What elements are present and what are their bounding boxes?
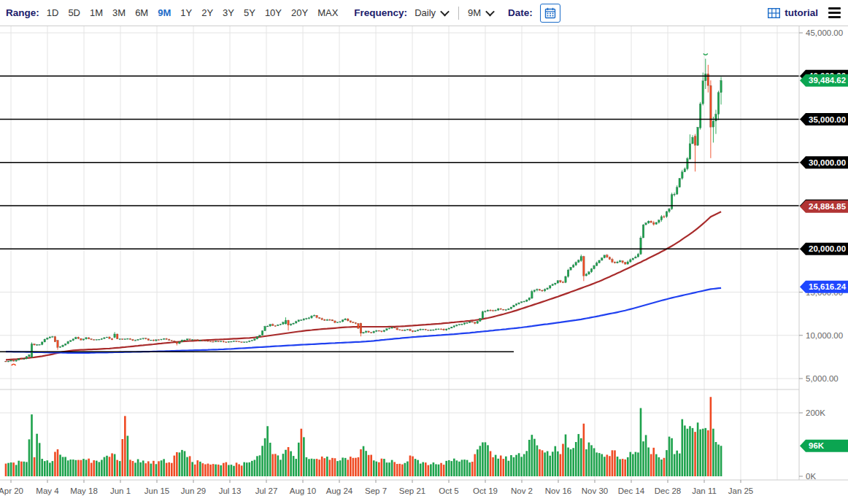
frequency-label: Frequency:	[354, 7, 407, 18]
svg-text:96K: 96K	[809, 441, 825, 450]
range-option-1d[interactable]: 1D	[47, 7, 59, 18]
ma-blue-line	[6, 288, 721, 353]
date-axis-label: Apr 20	[0, 486, 23, 495]
date-axis-label: Oct 5	[439, 486, 458, 495]
range-options: 1D 5D 1M 3M 6M 9M 1Y 2Y 3Y 5Y 10Y 20Y MA…	[47, 7, 339, 18]
price-line-tag: 20,000.00	[800, 243, 848, 255]
date-axis-label: Oct 19	[473, 486, 498, 495]
date-axis-label: Nov 16	[545, 486, 571, 495]
frequency-select[interactable]: Daily	[415, 7, 448, 18]
chevron-down-icon	[485, 7, 495, 17]
range-option-5y[interactable]: 5Y	[244, 7, 255, 18]
range-option-9m[interactable]: 9M	[158, 7, 171, 18]
calendar-icon	[544, 7, 556, 19]
frequency-value: Daily	[415, 7, 436, 18]
chevron-down-icon	[440, 7, 450, 17]
svg-text:39,484.62: 39,484.62	[809, 76, 846, 85]
range-label: Range:	[6, 7, 39, 18]
svg-text:24,884.85: 24,884.85	[809, 202, 847, 211]
date-axis-label: Jan 11	[692, 486, 717, 495]
range-option-20y[interactable]: 20Y	[291, 7, 308, 18]
chart-area: 45,000.0040,000.0035,000.0030,000.0025,0…	[0, 26, 848, 504]
range-option-max[interactable]: MAX	[317, 7, 338, 18]
volume-axis-label: 200K	[806, 408, 825, 417]
gridlines	[0, 26, 799, 480]
tutorial-button[interactable]: tutorial	[768, 7, 818, 18]
ma-red-tag: 24,884.85	[800, 201, 848, 213]
date-axis-label: Aug 10	[290, 486, 316, 495]
toolbar: Range: 1D 5D 1M 3M 6M 9M 1Y 2Y 3Y 5Y 10Y…	[0, 0, 848, 26]
date-axis-label: Jul 13	[219, 486, 242, 495]
high-marker	[704, 53, 708, 55]
toolbar-divider	[458, 7, 459, 20]
range-option-3m[interactable]: 3M	[112, 7, 126, 18]
date-axis-label: Dec 14	[618, 486, 645, 495]
moving-averages	[6, 212, 721, 360]
last-volume-tag: 96K	[800, 440, 848, 452]
volume-bars	[5, 397, 722, 476]
svg-text:35,000.00: 35,000.00	[809, 115, 846, 124]
menu-button[interactable]	[828, 7, 841, 18]
last-price-tag: 39,484.62	[800, 74, 848, 87]
date-axis-label: Aug 24	[326, 486, 353, 495]
date-axis-label: Jun 1	[110, 486, 131, 495]
hamburger-menu-icon	[828, 7, 841, 9]
date-axis-label: Sep 21	[399, 486, 425, 495]
price-line-tag: 30,000.00	[800, 156, 848, 168]
annotation-lines[interactable]	[0, 76, 799, 352]
price-chart[interactable]: 45,000.0040,000.0035,000.0030,000.0025,0…	[0, 26, 848, 504]
price-tags: 40,000.0035,000.0030,000.0025,000.0020,0…	[800, 70, 848, 452]
price-axis-label: 45,000.00	[806, 28, 843, 37]
range-option-10y[interactable]: 10Y	[265, 7, 282, 18]
date-axis-label: May 18	[70, 486, 98, 495]
date-label: Date:	[508, 7, 533, 18]
range-option-5d[interactable]: 5D	[68, 7, 80, 18]
date-picker-button[interactable]	[540, 4, 560, 23]
price-axis-label: 5,000.00	[806, 374, 839, 383]
price-line-tag: 35,000.00	[800, 113, 848, 125]
range-option-1y[interactable]: 1Y	[180, 7, 192, 18]
ma-red-line	[6, 212, 721, 360]
svg-text:15,616.24: 15,616.24	[809, 282, 847, 291]
film-icon	[768, 8, 780, 18]
date-axis-label: Jan 25	[728, 486, 754, 495]
date-axis-label: May 4	[36, 486, 59, 495]
date-axis-label: Nov 2	[511, 486, 533, 495]
date-axis-label: Nov 30	[582, 486, 608, 495]
low-marker	[12, 364, 16, 365]
period-value: 9M	[468, 7, 481, 18]
date-axis-label: Sep 7	[365, 486, 387, 495]
range-option-6m[interactable]: 6M	[135, 7, 148, 18]
range-option-1m[interactable]: 1M	[90, 7, 103, 18]
candlesticks	[5, 53, 722, 365]
date-axis-label: Jun 29	[181, 486, 207, 495]
ma-blue-tag: 15,616.24	[800, 281, 848, 293]
period-select[interactable]: 9M	[468, 7, 493, 18]
date-axis-label: Jun 15	[144, 486, 170, 495]
range-option-2y[interactable]: 2Y	[201, 7, 213, 18]
volume-axis-label: 0K	[806, 472, 816, 481]
tutorial-label: tutorial	[785, 7, 818, 18]
date-axis-label: Jul 27	[255, 486, 278, 495]
svg-text:20,000.00: 20,000.00	[809, 244, 846, 253]
range-option-3y[interactable]: 3Y	[223, 7, 234, 18]
date-axis-label: Dec 28	[655, 486, 681, 495]
svg-text:30,000.00: 30,000.00	[809, 158, 846, 167]
price-axis-label: 10,000.00	[806, 331, 843, 340]
